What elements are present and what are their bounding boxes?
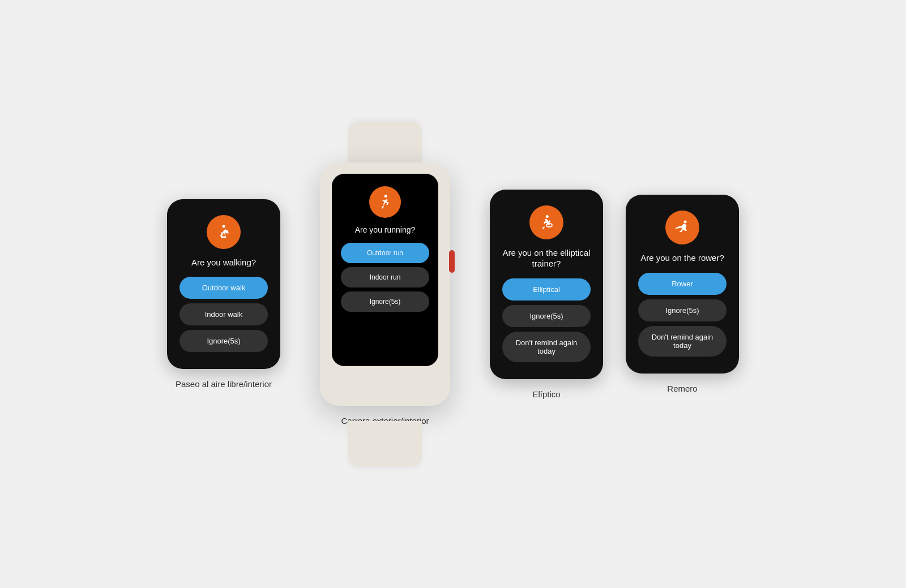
indoor-walk-button[interactable]: Indoor walk bbox=[180, 303, 268, 325]
rower-question: Are you on the rower? bbox=[640, 252, 724, 264]
main-scene: Are you walking? Outdoor walk Indoor wal… bbox=[0, 0, 906, 588]
ignore-rower-button[interactable]: Ignore(5s) bbox=[638, 299, 726, 321]
watch-screen: Are you running? Outdoor run Indoor run … bbox=[332, 174, 438, 366]
walking-card: Are you walking? Outdoor walk Indoor wal… bbox=[167, 199, 280, 370]
elliptical-column: Are you on the elliptical trainer? Ellip… bbox=[490, 190, 603, 399]
svg-point-0 bbox=[223, 225, 225, 228]
rower-button[interactable]: Rower bbox=[638, 273, 726, 295]
indoor-run-button[interactable]: Indoor run bbox=[341, 267, 429, 287]
walking-column: Are you walking? Outdoor walk Indoor wal… bbox=[167, 199, 280, 389]
rower-label: Remero bbox=[667, 384, 697, 393]
walking-question: Are you walking? bbox=[191, 257, 256, 268]
elliptical-button[interactable]: Elliptical bbox=[502, 278, 591, 301]
running-icon bbox=[377, 194, 394, 211]
ignore-elliptical-button[interactable]: Ignore(5s) bbox=[502, 305, 591, 327]
elliptical-icon bbox=[538, 214, 555, 231]
rower-column: Are you on the rower? Rower Ignore(5s) D… bbox=[626, 195, 739, 393]
dont-remind-rower-button[interactable]: Don't remind again today bbox=[638, 326, 726, 357]
watch-crown bbox=[449, 250, 455, 273]
elliptical-icon-circle bbox=[529, 205, 563, 239]
running-question: Are you running? bbox=[355, 225, 416, 235]
rowing-icon bbox=[674, 219, 691, 236]
svg-point-1 bbox=[384, 195, 387, 198]
walking-label: Paseo al aire libre/interior bbox=[176, 379, 272, 389]
outdoor-walk-button[interactable]: Outdoor walk bbox=[180, 277, 268, 299]
elliptical-question: Are you on the elliptical trainer? bbox=[502, 247, 591, 269]
elliptical-card: Are you on the elliptical trainer? Ellip… bbox=[490, 190, 603, 379]
rower-icon-circle bbox=[665, 211, 699, 244]
svg-point-2 bbox=[546, 214, 549, 217]
rower-card: Are you on the rower? Rower Ignore(5s) D… bbox=[626, 195, 739, 374]
elliptical-label: Elíptico bbox=[532, 389, 560, 399]
svg-point-4 bbox=[684, 221, 687, 224]
watch-body: Are you running? Outdoor run Indoor run … bbox=[320, 162, 450, 406]
walking-icon-circle bbox=[207, 215, 241, 249]
watch-band-top bbox=[348, 122, 422, 167]
running-icon-circle bbox=[369, 186, 401, 218]
walking-icon bbox=[215, 224, 232, 241]
outdoor-run-button[interactable]: Outdoor run bbox=[341, 243, 429, 263]
watch-band-bottom bbox=[348, 421, 422, 466]
dont-remind-elliptical-button[interactable]: Don't remind again today bbox=[502, 332, 591, 362]
ignore-run-button[interactable]: Ignore(5s) bbox=[341, 291, 429, 312]
ignore-walk-button[interactable]: Ignore(5s) bbox=[180, 330, 268, 352]
watch-device: Are you running? Outdoor run Indoor run … bbox=[320, 162, 450, 426]
